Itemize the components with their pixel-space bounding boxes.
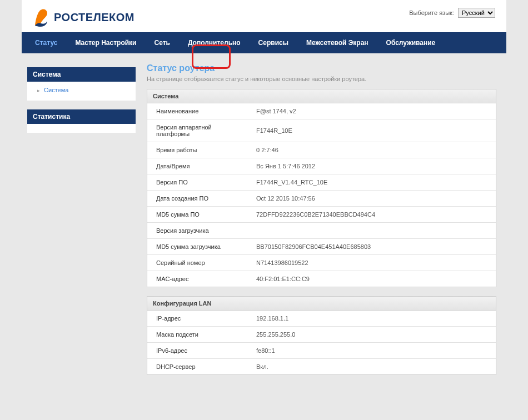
panel_system-value: 72DFFD922236C0B2E71340EBBCD494C4: [247, 207, 496, 223]
nav-advanced[interactable]: Дополнительно: [180, 33, 248, 52]
panel_system-label: MAC-адрес: [147, 271, 247, 287]
page-desc: На странице отображается статус и некото…: [147, 76, 496, 82]
table-row: MD5 сумма ПО72DFFD922236C0B2E71340EBBCD4…: [147, 207, 496, 223]
nav-status[interactable]: Статус: [27, 33, 65, 52]
main-content: Статус роутера На странице отображается …: [141, 53, 506, 389]
panel_system-label: Версия загрузчика: [147, 223, 247, 239]
panel_lan-label: IPv6-адрес: [147, 343, 247, 359]
nav-maintenance[interactable]: Обслуживание: [378, 33, 444, 52]
panel_system-value: F1744R_V1.44_RTC_10E: [247, 174, 496, 191]
table-row: IP-адрес192.168.1.1: [147, 311, 496, 327]
panel_lan-label: IP-адрес: [147, 311, 247, 327]
panel_system-label: Время работы: [147, 142, 247, 158]
logo-text: РОСТЕЛЕКОМ: [54, 11, 135, 24]
language-select[interactable]: Русский: [458, 8, 495, 18]
table-row: Время работы0 2:7:46: [147, 142, 496, 158]
nav-wizard[interactable]: Мастер Настройки: [67, 33, 144, 52]
nav-firewall[interactable]: Межсетевой Экран: [298, 33, 376, 52]
bullet-icon: ▸: [37, 88, 40, 93]
table-row: Версия загрузчика: [147, 223, 496, 239]
panel-system-header: Система: [147, 89, 496, 103]
top-nav: Статус Мастер Настройки Сеть Дополнитель…: [22, 32, 506, 53]
panel_lan-value: fe80::1: [247, 343, 496, 359]
table-row: НаименованиеF@st 1744, v2: [147, 103, 496, 119]
panel_system-value: 40:F2:01:E1:CC:C9: [247, 271, 496, 287]
panel_system-label: Дата создания ПО: [147, 191, 247, 207]
language-selector: Выберите язык: Русский: [409, 8, 495, 18]
panel_system-value: N71413986019522: [247, 255, 496, 271]
panel_system-label: Дата/Время: [147, 158, 247, 174]
sidebar-link-system[interactable]: Система: [44, 87, 68, 93]
page-title: Статус роутера: [147, 63, 496, 73]
panel_system-label: Версия аппаратной платформы: [147, 119, 247, 142]
table-row: Дата/ВремяВс Янв 1 5:7:46 2012: [147, 158, 496, 174]
panel_system-label: Серийный номер: [147, 255, 247, 271]
table-row: MAC-адрес40:F2:01:E1:CC:C9: [147, 271, 496, 287]
panel_system-label: Версия ПО: [147, 174, 247, 191]
panel_system-value: Oct 12 2015 10:47:56: [247, 191, 496, 207]
lan-info-table: IP-адрес192.168.1.1Маска подсети255.255.…: [147, 311, 496, 374]
panel_system-value: 0 2:7:46: [247, 142, 496, 158]
panel_system-value: F@st 1744, v2: [247, 103, 496, 119]
table-row: Версия аппаратной платформыF1744R_10E: [147, 119, 496, 142]
table-row: IPv6-адресfe80::1: [147, 343, 496, 359]
sidebar-group-system[interactable]: Система: [27, 67, 136, 82]
nav-services[interactable]: Сервисы: [251, 33, 296, 52]
panel_lan-label: DHCP-сервер: [147, 359, 247, 375]
table-row: DHCP-серверВкл.: [147, 359, 496, 375]
panel_lan-value: 255.255.255.0: [247, 327, 496, 343]
panel_system-label: MD5 сумма ПО: [147, 207, 247, 223]
panel_system-label: MD5 сумма загрузчика: [147, 239, 247, 255]
sidebar: Система ▸ Система Статистика: [22, 53, 141, 389]
nav-network[interactable]: Сеть: [146, 33, 177, 52]
panel_lan-value: Вкл.: [247, 359, 496, 375]
panel-lan-header: Конфигурация LAN: [147, 297, 496, 311]
panel_lan-value: 192.168.1.1: [247, 311, 496, 327]
panel-system: Система НаименованиеF@st 1744, v2Версия …: [147, 89, 496, 287]
language-label: Выберите язык:: [409, 9, 454, 16]
panel_system-value: BB70150F82906FCB04E451A40E685803: [247, 239, 496, 255]
table-row: Маска подсети255.255.255.0: [147, 327, 496, 343]
rostelecom-logo-icon: [33, 7, 49, 28]
table-row: Дата создания ПОOct 12 2015 10:47:56: [147, 191, 496, 207]
table-row: Версия ПОF1744R_V1.44_RTC_10E: [147, 174, 496, 191]
table-row: Серийный номерN71413986019522: [147, 255, 496, 271]
system-info-table: НаименованиеF@st 1744, v2Версия аппаратн…: [147, 103, 496, 287]
panel_system-value: [247, 223, 496, 239]
table-row: MD5 сумма загрузчикаBB70150F82906FCB04E4…: [147, 239, 496, 255]
panel_system-value: F1744R_10E: [247, 119, 496, 142]
sidebar-item-system[interactable]: ▸ Система: [27, 85, 136, 95]
panel-lan: Конфигурация LAN IP-адрес192.168.1.1Маск…: [147, 296, 496, 375]
panel_lan-label: Маска подсети: [147, 327, 247, 343]
header: Выберите язык: Русский РОСТЕЛЕКОМ: [22, 0, 506, 32]
panel_system-label: Наименование: [147, 103, 247, 119]
panel_system-value: Вс Янв 1 5:7:46 2012: [247, 158, 496, 174]
sidebar-group-stats[interactable]: Статистика: [27, 109, 136, 124]
